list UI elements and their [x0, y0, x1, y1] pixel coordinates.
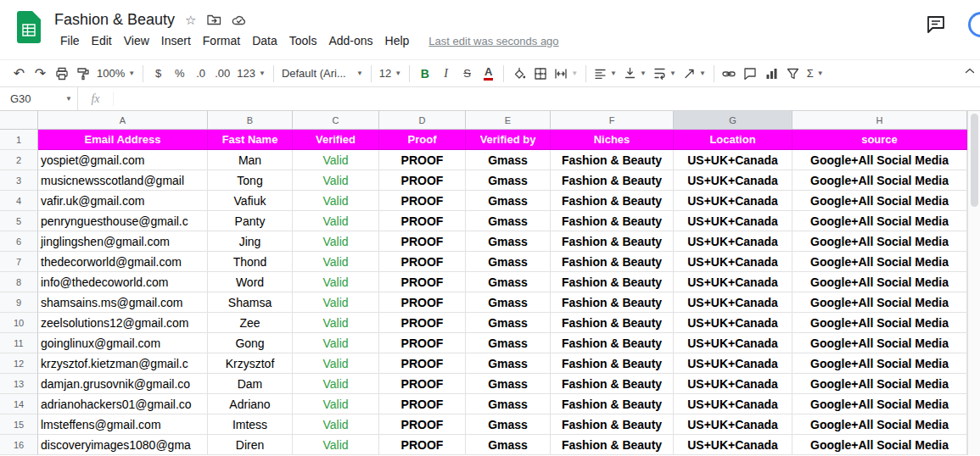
row-header-14[interactable]: 14: [0, 394, 38, 414]
text-wrap-button[interactable]: ▼: [650, 64, 680, 84]
cell[interactable]: Zee: [208, 313, 293, 333]
cell[interactable]: Fashion & Beauty: [551, 313, 674, 333]
undo-button[interactable]: ↶: [8, 64, 30, 84]
cell[interactable]: US+UK+Canada: [674, 414, 792, 435]
cell[interactable]: Gmass: [466, 394, 551, 414]
cell[interactable]: Valid: [293, 374, 379, 394]
row-header-16[interactable]: 16: [0, 435, 38, 455]
cell[interactable]: PROOF: [379, 374, 466, 394]
menu-insert[interactable]: Insert: [155, 31, 197, 50]
avatar[interactable]: [968, 12, 980, 37]
header-cell[interactable]: Verified: [293, 130, 379, 150]
cell[interactable]: Thond: [208, 252, 293, 272]
cell[interactable]: Gmass: [466, 191, 551, 211]
cell[interactable]: Gmass: [466, 333, 551, 353]
header-cell[interactable]: Email Address: [38, 130, 208, 150]
cell[interactable]: Dam: [208, 374, 293, 394]
print-button[interactable]: [51, 64, 72, 84]
borders-button[interactable]: [529, 64, 551, 84]
cell[interactable]: Fashion & Beauty: [551, 272, 674, 292]
cell[interactable]: US+UK+Canada: [674, 353, 792, 374]
row-header-9[interactable]: 9: [0, 292, 38, 313]
cell[interactable]: Google+All Social Media: [792, 191, 967, 211]
cell[interactable]: Fashion & Beauty: [551, 374, 674, 394]
cell[interactable]: Krzysztof: [208, 353, 293, 374]
menu-format[interactable]: Format: [197, 31, 246, 50]
cell[interactable]: PROOF: [379, 435, 466, 455]
column-header-E[interactable]: E: [466, 111, 551, 130]
cell[interactable]: Shamsa: [208, 292, 293, 313]
cell[interactable]: Google+All Social Media: [792, 313, 967, 333]
cell[interactable]: Gmass: [466, 435, 551, 455]
cell[interactable]: US+UK+Canada: [674, 333, 792, 353]
cell[interactable]: Fashion & Beauty: [551, 394, 674, 414]
insert-link-button[interactable]: [719, 64, 740, 84]
row-header-8[interactable]: 8: [0, 272, 38, 292]
header-cell[interactable]: source: [792, 130, 967, 150]
row-header-7[interactable]: 7: [0, 252, 38, 272]
cell[interactable]: Fashion & Beauty: [551, 252, 674, 272]
cell[interactable]: Imtess: [208, 414, 293, 435]
menu-add-ons[interactable]: Add-ons: [322, 31, 378, 50]
row-header-15[interactable]: 15: [0, 414, 38, 435]
insert-comment-button[interactable]: [740, 64, 761, 84]
column-header-C[interactable]: C: [293, 111, 379, 130]
cell[interactable]: PROOF: [379, 353, 466, 374]
row-header-4[interactable]: 4: [0, 191, 38, 211]
cell[interactable]: jinglingshen@gmail.com: [38, 231, 208, 252]
cell[interactable]: Google+All Social Media: [792, 231, 967, 252]
cell[interactable]: Valid: [293, 191, 379, 211]
text-color-button[interactable]: A: [478, 64, 499, 84]
row-header-2[interactable]: 2: [0, 150, 38, 170]
row-header-12[interactable]: 12: [0, 353, 38, 374]
menu-data[interactable]: Data: [246, 31, 283, 50]
filter-button[interactable]: [782, 64, 804, 84]
cell[interactable]: Fashion & Beauty: [551, 435, 674, 455]
cell[interactable]: Gmass: [466, 313, 551, 333]
cell[interactable]: info@thedecoworld.com: [38, 272, 208, 292]
horizontal-align-button[interactable]: ▼: [591, 64, 620, 84]
cell[interactable]: PROOF: [379, 191, 466, 211]
menu-help[interactable]: Help: [379, 31, 416, 50]
cloud-status-icon[interactable]: [232, 14, 247, 25]
zoom-select[interactable]: 100%▼: [93, 64, 138, 84]
font-select[interactable]: Default (Ari...▼: [278, 64, 367, 84]
format-percent-button[interactable]: %: [169, 64, 190, 84]
cell[interactable]: Valid: [293, 150, 379, 170]
fill-color-button[interactable]: [508, 64, 529, 84]
column-header-A[interactable]: A: [38, 111, 208, 130]
cell[interactable]: PROOF: [379, 292, 466, 313]
cell[interactable]: PROOF: [379, 333, 466, 353]
cell[interactable]: shamsains.ms@gmail.com: [38, 292, 208, 313]
menu-edit[interactable]: Edit: [86, 31, 118, 50]
bold-button[interactable]: B: [414, 64, 435, 84]
cell[interactable]: Fashion & Beauty: [551, 292, 674, 313]
cell[interactable]: adrianohackers01@gmail.co: [38, 394, 208, 414]
cell[interactable]: Google+All Social Media: [792, 272, 967, 292]
last-edit-status[interactable]: Last edit was seconds ago: [428, 35, 558, 47]
cell[interactable]: Word: [208, 272, 293, 292]
header-cell[interactable]: Niches: [551, 130, 674, 150]
menu-view[interactable]: View: [118, 31, 155, 50]
cell[interactable]: discoveryimages1080@gma: [38, 435, 208, 455]
row-header-10[interactable]: 10: [0, 313, 38, 333]
column-header-G[interactable]: G: [674, 111, 792, 130]
cell[interactable]: Google+All Social Media: [792, 252, 967, 272]
column-header-F[interactable]: F: [551, 111, 674, 130]
merge-cells-button[interactable]: ▼: [551, 64, 581, 84]
header-cell[interactable]: Proof: [379, 130, 466, 150]
cell[interactable]: US+UK+Canada: [674, 272, 792, 292]
insert-chart-button[interactable]: [761, 64, 782, 84]
cell[interactable]: Jing: [208, 231, 293, 252]
cell[interactable]: Valid: [293, 211, 379, 231]
functions-button[interactable]: Σ▼: [804, 64, 827, 84]
cell[interactable]: zeelsolutions12@gmail.com: [38, 313, 208, 333]
cell[interactable]: Gmass: [466, 252, 551, 272]
format-currency-button[interactable]: $: [148, 64, 169, 84]
cell[interactable]: Gmass: [466, 292, 551, 313]
cell[interactable]: Fashion & Beauty: [551, 191, 674, 211]
cell[interactable]: Valid: [293, 252, 379, 272]
cell[interactable]: Adriano: [208, 394, 293, 414]
cell[interactable]: thedecorworld@gmail.com: [38, 252, 208, 272]
cell[interactable]: US+UK+Canada: [674, 292, 792, 313]
